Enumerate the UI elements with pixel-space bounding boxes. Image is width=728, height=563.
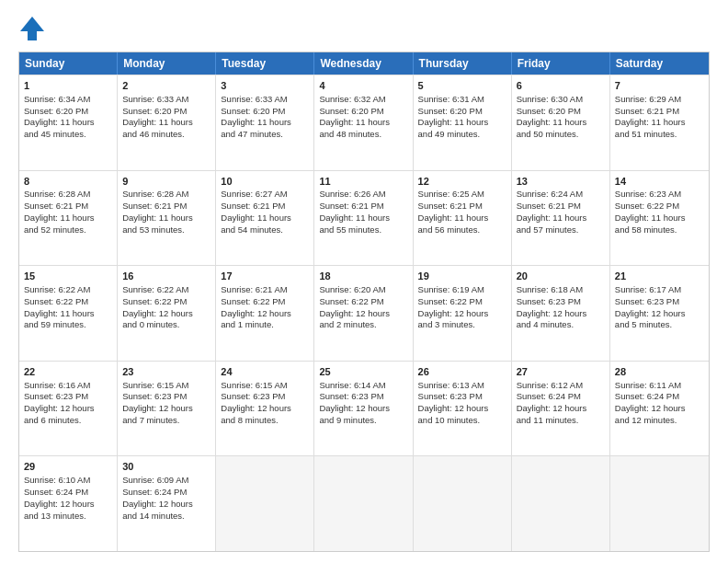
day-info-line: Daylight: 12 hours [615,308,704,320]
calendar-body: 1Sunrise: 6:34 AMSunset: 6:20 PMDaylight… [19,75,709,551]
day-info-line: Sunset: 6:23 PM [122,391,210,403]
day-info-line: Daylight: 11 hours [24,213,112,224]
calendar-header-day: Sunday [19,52,118,75]
day-info-line: Sunset: 6:21 PM [418,201,506,213]
calendar-cell: 14Sunrise: 6:23 AMSunset: 6:22 PMDayligh… [610,171,709,266]
day-info-line: and 5 minutes. [615,319,704,331]
day-info-line: Daylight: 12 hours [122,403,210,415]
calendar-header-day: Thursday [414,52,512,75]
day-info-line: Daylight: 11 hours [122,117,210,129]
day-info-line: Sunrise: 6:18 AM [517,284,605,296]
day-number: 20 [517,270,605,283]
day-info-line: Sunset: 6:20 PM [418,106,506,118]
day-info-line: and 11 minutes. [517,415,605,427]
day-info-line: Sunrise: 6:30 AM [517,94,605,106]
day-number: 14 [615,175,704,189]
day-info-line: Sunrise: 6:27 AM [221,189,309,201]
calendar-cell: 8Sunrise: 6:28 AMSunset: 6:21 PMDaylight… [19,171,118,266]
calendar-cell: 20Sunrise: 6:18 AMSunset: 6:23 PMDayligh… [512,266,610,361]
calendar-cell: 13Sunrise: 6:24 AMSunset: 6:21 PMDayligh… [512,171,610,266]
day-info-line: Sunset: 6:22 PM [122,296,210,308]
day-info-line: and 49 minutes. [418,129,506,141]
calendar-row: 29Sunrise: 6:10 AMSunset: 6:24 PMDayligh… [19,455,709,551]
day-info-line: Sunrise: 6:33 AM [122,94,210,106]
day-info-line: Sunrise: 6:12 AM [517,380,605,392]
calendar-cell: 6Sunrise: 6:30 AMSunset: 6:20 PMDaylight… [512,75,610,170]
day-number: 19 [418,270,506,283]
day-info-line: and 9 minutes. [319,415,407,427]
calendar-row: 8Sunrise: 6:28 AMSunset: 6:21 PMDaylight… [19,170,709,266]
calendar-cell: 18Sunrise: 6:20 AMSunset: 6:22 PMDayligh… [314,266,413,361]
day-info-line: and 59 minutes. [24,319,112,331]
day-info-line: Sunset: 6:21 PM [221,201,309,213]
day-info-line: Sunrise: 6:15 AM [221,380,309,392]
calendar-row: 22Sunrise: 6:16 AMSunset: 6:23 PMDayligh… [19,361,709,456]
day-info-line: and 8 minutes. [221,415,309,427]
day-info-line: Sunrise: 6:26 AM [319,189,407,201]
day-info-line: Daylight: 12 hours [122,308,210,320]
day-number: 18 [319,270,407,283]
day-info-line: Sunset: 6:21 PM [615,106,704,118]
calendar-row: 15Sunrise: 6:22 AMSunset: 6:22 PMDayligh… [19,265,709,361]
day-info-line: Sunrise: 6:32 AM [319,94,407,106]
day-info-line: and 0 minutes. [122,319,210,331]
day-number: 26 [418,365,506,379]
day-info-line: Daylight: 12 hours [221,403,309,415]
day-info-line: and 3 minutes. [418,319,506,331]
day-info-line: Daylight: 11 hours [615,117,704,129]
logo-icon [18,15,46,42]
day-info-line: Sunrise: 6:22 AM [122,284,210,296]
day-info-line: Sunset: 6:21 PM [319,201,407,213]
day-info-line: Sunset: 6:22 PM [418,296,506,308]
day-info-line: Sunrise: 6:34 AM [24,94,112,106]
day-number: 6 [517,79,605,93]
day-info-line: and 4 minutes. [517,319,605,331]
day-info-line: and 1 minute. [221,319,309,331]
day-info-line: Sunrise: 6:20 AM [319,284,407,296]
day-info-line: Daylight: 12 hours [24,403,112,415]
day-info-line: Daylight: 12 hours [122,499,210,511]
calendar: SundayMondayTuesdayWednesdayThursdayFrid… [18,52,710,552]
day-info-line: and 50 minutes. [517,129,605,141]
day-info-line: Sunrise: 6:17 AM [615,284,704,296]
day-info-line: and 55 minutes. [319,224,407,236]
calendar-cell: 2Sunrise: 6:33 AMSunset: 6:20 PMDaylight… [118,75,216,170]
day-info-line: Daylight: 12 hours [24,499,112,511]
calendar-cell: 3Sunrise: 6:33 AMSunset: 6:20 PMDaylight… [216,75,314,170]
calendar-cell: 7Sunrise: 6:29 AMSunset: 6:21 PMDaylight… [610,75,709,170]
day-info-line: Sunset: 6:20 PM [319,106,407,118]
day-number: 7 [615,79,704,93]
day-number: 27 [517,365,605,379]
calendar-header-day: Tuesday [216,52,314,75]
day-info-line: Sunset: 6:21 PM [24,201,112,213]
day-info-line: and 48 minutes. [319,129,407,141]
day-info-line: Sunrise: 6:31 AM [418,94,506,106]
day-info-line: Sunset: 6:22 PM [615,201,704,213]
day-number: 8 [24,175,112,189]
day-number: 30 [122,460,210,474]
calendar-cell: 4Sunrise: 6:32 AMSunset: 6:20 PMDaylight… [314,75,413,170]
calendar-cell: 16Sunrise: 6:22 AMSunset: 6:22 PMDayligh… [118,266,216,361]
calendar-header-day: Wednesday [314,52,413,75]
day-info-line: Sunrise: 6:13 AM [418,380,506,392]
day-info-line: and 51 minutes. [615,129,704,141]
calendar-cell [512,456,610,551]
calendar-cell: 12Sunrise: 6:25 AMSunset: 6:21 PMDayligh… [414,171,512,266]
calendar-cell: 29Sunrise: 6:10 AMSunset: 6:24 PMDayligh… [19,456,118,551]
day-number: 13 [517,175,605,189]
day-info-line: Daylight: 12 hours [517,308,605,320]
day-info-line: Sunrise: 6:28 AM [24,189,112,201]
day-info-line: Daylight: 11 hours [517,213,605,224]
day-number: 4 [319,79,407,93]
day-info-line: Daylight: 11 hours [319,213,407,224]
day-number: 5 [418,79,506,93]
day-info-line: Sunrise: 6:14 AM [319,380,407,392]
calendar-cell: 1Sunrise: 6:34 AMSunset: 6:20 PMDaylight… [19,75,118,170]
calendar-header-day: Saturday [610,52,709,75]
day-number: 25 [319,365,407,379]
day-number: 28 [615,365,704,379]
day-info-line: Daylight: 12 hours [319,308,407,320]
day-info-line: Sunrise: 6:15 AM [122,380,210,392]
day-number: 16 [122,270,210,283]
day-number: 12 [418,175,506,189]
